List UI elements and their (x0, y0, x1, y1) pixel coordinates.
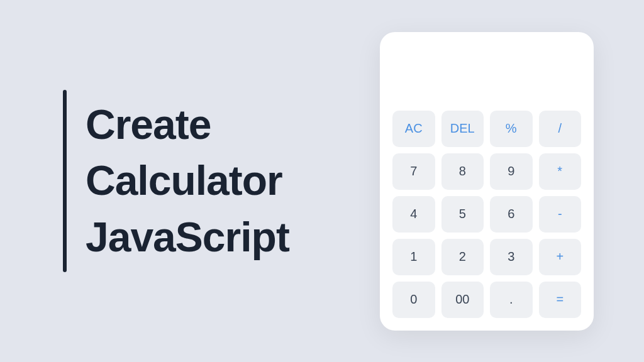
digit-3-button[interactable]: 3 (490, 239, 533, 275)
percent-button[interactable]: % (490, 111, 533, 147)
calculator-button-grid: ACDEL%/789*456-123+000.= (392, 111, 581, 318)
clear-all-button[interactable]: AC (392, 111, 435, 147)
digit-7-button[interactable]: 7 (392, 153, 435, 190)
digit-6-button[interactable]: 6 (490, 196, 533, 233)
page-title: Create Calculator JavaScript (86, 97, 289, 265)
title-section: Create Calculator JavaScript (0, 90, 380, 272)
digit-00-button[interactable]: 00 (441, 282, 484, 318)
digit-4-button[interactable]: 4 (392, 196, 435, 233)
digit-8-button[interactable]: 8 (441, 153, 484, 190)
delete-button[interactable]: DEL (441, 111, 484, 147)
calculator-display (392, 45, 581, 104)
digit-5-button[interactable]: 5 (441, 196, 484, 233)
title-line-3: JavaScript (86, 209, 289, 265)
calculator: ACDEL%/789*456-123+000.= (380, 32, 594, 331)
digit-0-button[interactable]: 0 (392, 282, 435, 318)
equals-button[interactable]: = (539, 282, 582, 318)
calculator-wrapper: ACDEL%/789*456-123+000.= (380, 32, 644, 331)
digit-2-button[interactable]: 2 (441, 239, 484, 275)
subtract-button[interactable]: - (539, 196, 582, 233)
digit-1-button[interactable]: 1 (392, 239, 435, 275)
title-line-2: Calculator (86, 153, 289, 209)
title-line-1: Create (86, 97, 289, 153)
vertical-divider (63, 90, 67, 272)
digit-9-button[interactable]: 9 (490, 153, 533, 190)
divide-button[interactable]: / (539, 111, 582, 147)
decimal-button[interactable]: . (490, 282, 533, 318)
multiply-button[interactable]: * (539, 153, 582, 190)
add-button[interactable]: + (539, 239, 582, 275)
